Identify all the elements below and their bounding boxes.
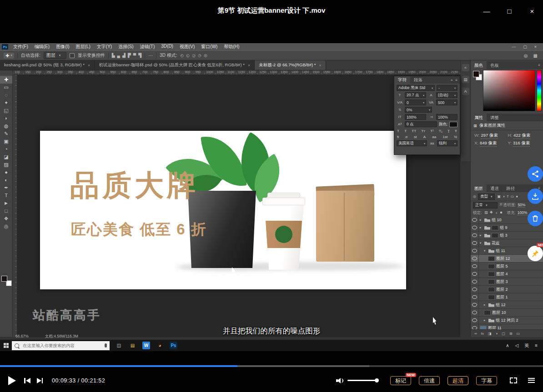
- maximize-button[interactable]: □: [505, 7, 514, 15]
- fg-bg-mini-swatches[interactable]: [473, 70, 482, 111]
- chevron-up-icon[interactable]: ∧: [506, 343, 509, 348]
- layer-name[interactable]: 组 3: [500, 233, 508, 238]
- pen-tool[interactable]: ✒: [0, 184, 12, 192]
- stylistic-alt-button[interactable]: st: [414, 135, 417, 139]
- baseline-shift-field[interactable]: 0 点: [405, 121, 437, 127]
- expand-collapse-arrow[interactable]: ▾: [480, 241, 483, 245]
- align-center-h-icon[interactable]: ▄: [117, 53, 120, 58]
- filter-pixel-icon[interactable]: ▣: [498, 194, 501, 198]
- photoshop-icon[interactable]: Ps: [170, 342, 177, 349]
- marquee-tool[interactable]: ▭: [0, 84, 12, 91]
- swash-button[interactable]: σ: [405, 135, 407, 139]
- faux-bold-button[interactable]: T: [397, 129, 399, 133]
- layer-name[interactable]: 图层 1: [496, 294, 508, 300]
- y-value[interactable]: 316 像素: [513, 140, 530, 147]
- height-value[interactable]: 422 像素: [513, 133, 531, 139]
- blend-mode-dropdown[interactable]: 正常▾: [473, 202, 498, 208]
- align-right-icon[interactable]: ▟: [122, 53, 126, 58]
- action-center-icon[interactable]: ≡: [535, 343, 538, 348]
- type-tool[interactable]: T: [0, 192, 12, 199]
- tab-layers-0[interactable]: 图层: [471, 184, 487, 192]
- brush-tool[interactable]: ✎: [0, 130, 12, 138]
- current-tool-indicator[interactable]: ✚ ▾: [4, 53, 14, 59]
- tab-character-1[interactable]: 段落: [410, 76, 426, 84]
- menu-item-10[interactable]: 帮助(H): [221, 44, 242, 50]
- opacity-value[interactable]: 50%: [518, 203, 525, 208]
- layer-name[interactable]: 花盆: [492, 240, 500, 246]
- strikethrough-button[interactable]: Ŧ: [455, 129, 457, 133]
- playlist-button[interactable]: [528, 378, 535, 383]
- layer-name[interactable]: 组 10: [492, 217, 502, 223]
- close-tab-icon[interactable]: ×: [88, 63, 90, 68]
- ps-search-icon[interactable]: ◎: [524, 53, 528, 58]
- file-explorer-icon[interactable]: ▤: [129, 342, 136, 349]
- foreground-background-swatches[interactable]: [1, 276, 12, 287]
- fractions-button[interactable]: ½: [454, 135, 457, 139]
- leading-field[interactable]: (自动)▾: [436, 92, 458, 98]
- subscript-button[interactable]: T₁: [439, 129, 442, 133]
- font-family-select[interactable]: Adobe 黑体 Std▾: [397, 85, 435, 91]
- tab-color-0[interactable]: 颜色: [471, 61, 487, 69]
- lock-pixels-icon[interactable]: ✚: [490, 210, 493, 215]
- align-center-v-icon[interactable]: ▀: [133, 53, 136, 58]
- expand-collapse-arrow[interactable]: ▸: [480, 218, 483, 222]
- layer-visibility-toggle[interactable]: [471, 255, 479, 262]
- ordinals-button[interactable]: 1st: [442, 135, 447, 139]
- tab-properties-0[interactable]: 属性: [471, 114, 487, 121]
- menu-item-8[interactable]: 视图(V): [176, 44, 198, 50]
- workspace-icon[interactable]: ▦: [533, 53, 538, 58]
- saturation-brightness-picker[interactable]: [483, 70, 535, 111]
- volume-slider[interactable]: [347, 380, 378, 381]
- 3d-slide-icon[interactable]: ◷: [198, 53, 201, 58]
- layer-name[interactable]: 组 12: [496, 302, 506, 308]
- ps-close-icon[interactable]: ×: [534, 45, 537, 49]
- volume-icon[interactable]: [336, 377, 343, 384]
- more-options-button[interactable]: ···: [148, 53, 153, 58]
- layer-name[interactable]: 图层 5: [496, 263, 508, 269]
- horizontal-scale-field[interactable]: 100%: [436, 114, 458, 120]
- document-tab-1[interactable]: 初试运营banner-咖啡杯.psd @ 50% (品质大牌 匠心美食 低至6折…: [95, 60, 255, 70]
- path-select-tool[interactable]: ►: [0, 199, 12, 207]
- show-transform-checkbox[interactable]: [70, 53, 75, 58]
- layer-row[interactable]: 图层 3: [471, 278, 543, 286]
- menu-item-6[interactable]: 滤镜(T): [137, 44, 158, 50]
- layer-row[interactable]: ▸组 12: [471, 301, 543, 309]
- layer-visibility-toggle[interactable]: [471, 301, 479, 308]
- foreground-swatch[interactable]: [473, 71, 479, 77]
- healing-brush-tool[interactable]: ◍: [0, 122, 12, 130]
- crop-tool[interactable]: ◱: [0, 107, 12, 114]
- menu-item-4[interactable]: 文字(Y): [94, 44, 115, 50]
- layer-visibility-toggle[interactable]: [471, 293, 479, 301]
- all-caps-button[interactable]: TT: [412, 129, 416, 133]
- expand-collapse-arrow[interactable]: ▸: [480, 226, 483, 229]
- eraser-tool[interactable]: ◪: [0, 153, 12, 161]
- microphone-icon[interactable]: [105, 343, 107, 347]
- clone-stamp-tool[interactable]: ▣: [0, 138, 12, 145]
- lasso-tool[interactable]: ◌: [0, 91, 12, 99]
- filter-type-icon[interactable]: T: [507, 194, 509, 198]
- expand-collapse-arrow[interactable]: ▸: [484, 303, 487, 307]
- document-tab-2[interactable]: 未标题-2 @ 66.7%(RGB/8#) *×: [255, 60, 326, 70]
- menu-item-2[interactable]: 图像(I): [53, 44, 72, 50]
- text-color-swatch[interactable]: [449, 122, 458, 127]
- menu-item-9[interactable]: 窗口(W): [198, 44, 221, 50]
- close-tab-icon[interactable]: ×: [248, 63, 250, 68]
- menu-item-3[interactable]: 图层(L): [73, 44, 94, 50]
- delete-button[interactable]: [528, 211, 543, 226]
- layer-name[interactable]: 组 11: [496, 248, 505, 254]
- dodge-tool[interactable]: ◐: [0, 176, 12, 184]
- character-panel-icon[interactable]: A: [462, 88, 469, 95]
- chip-3[interactable]: 字幕: [476, 376, 497, 385]
- font-style-select[interactable]: -▾: [437, 85, 458, 91]
- layer-visibility-toggle[interactable]: [471, 286, 479, 293]
- align-bottom-icon[interactable]: ▜: [138, 53, 141, 58]
- panel-menu-icon[interactable]: ≡: [455, 78, 458, 82]
- download-button[interactable]: [528, 189, 543, 204]
- document-tab-0[interactable]: keshang anli.psd @ 50% (组 3, RGB/8#) *×: [0, 60, 95, 70]
- faux-italic-button[interactable]: T: [404, 129, 407, 133]
- lock-transparency-icon[interactable]: ▨: [484, 210, 488, 215]
- kerning-field[interactable]: 0▾: [405, 99, 426, 105]
- expand-collapse-arrow[interactable]: ▸: [484, 318, 487, 322]
- language-indicator[interactable]: 英: [524, 342, 529, 349]
- layer-row[interactable]: 图层 4: [471, 270, 543, 278]
